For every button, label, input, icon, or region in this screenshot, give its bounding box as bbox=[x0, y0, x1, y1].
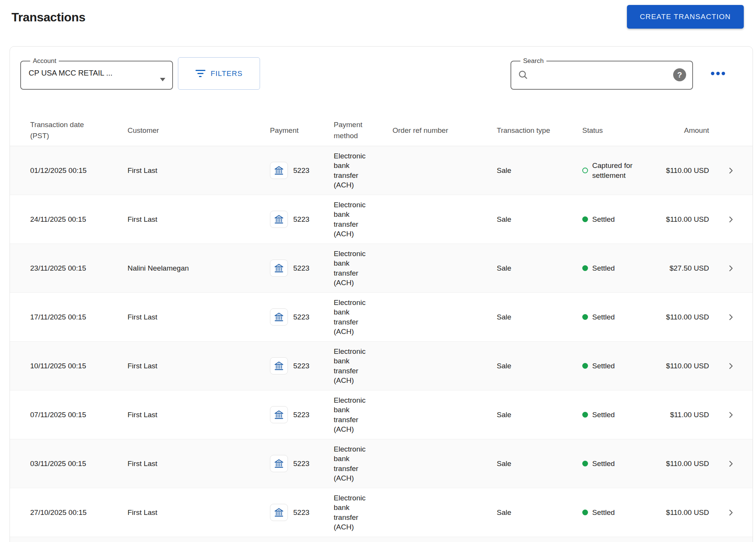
ellipsis-icon bbox=[711, 72, 725, 75]
filters-button[interactable]: FILTERS bbox=[178, 57, 260, 90]
chevron-right-icon[interactable] bbox=[709, 460, 753, 468]
cell-transaction-type: Sale bbox=[497, 166, 582, 175]
search-field: Search ? bbox=[510, 57, 693, 90]
account-select-label: Account bbox=[30, 57, 59, 65]
cell-payment: 5223 bbox=[270, 260, 334, 277]
cell-transaction-type: Sale bbox=[497, 508, 582, 517]
payment-last4: 5223 bbox=[293, 166, 309, 175]
account-select[interactable]: Account CP USA MCC RETAIL ... bbox=[20, 57, 173, 90]
cell-transaction-type: Sale bbox=[497, 460, 582, 468]
chevron-right-icon[interactable] bbox=[709, 508, 753, 517]
cell-customer: First Last bbox=[128, 313, 270, 321]
table-row[interactable]: 07/11/2025 00:15 First Last 5223 Electro… bbox=[10, 390, 753, 439]
cell-payment: 5223 bbox=[270, 308, 334, 326]
cell-customer: Nalini Neelamegan bbox=[128, 264, 270, 273]
chevron-right-icon[interactable] bbox=[709, 362, 753, 370]
chevron-right-icon[interactable] bbox=[709, 264, 753, 273]
table-row[interactable]: 23/11/2025 00:15 Nalini Neelamegan 5223 … bbox=[10, 244, 753, 293]
cell-payment-method: Electronic bank transfer (ACH) bbox=[334, 298, 374, 337]
help-icon[interactable]: ? bbox=[673, 68, 686, 81]
table-row[interactable]: 17/11/2025 00:15 First Last 5223 Electro… bbox=[10, 293, 753, 342]
cell-payment: 5223 bbox=[270, 406, 334, 423]
cell-amount: $11.00 USD bbox=[645, 411, 709, 419]
column-header-amount: Amount bbox=[645, 125, 709, 136]
cell-status: Settled bbox=[582, 459, 645, 469]
bank-icon bbox=[270, 162, 288, 179]
status-dot bbox=[582, 363, 588, 369]
filter-bar: Account CP USA MCC RETAIL ... FILTERS Se… bbox=[10, 47, 753, 90]
cell-transaction-date: 23/11/2025 00:15 bbox=[30, 264, 128, 273]
cell-transaction-type: Sale bbox=[497, 362, 582, 370]
table-row[interactable]: 01/12/2025 00:15 First Last 5223 Electro… bbox=[10, 146, 753, 195]
cell-amount: $110.00 USD bbox=[645, 215, 709, 224]
bank-icon bbox=[270, 211, 288, 228]
status-label: Settled bbox=[592, 508, 615, 518]
status-dot bbox=[582, 265, 588, 271]
page-title: Transactions bbox=[11, 10, 86, 24]
status-dot bbox=[582, 216, 588, 222]
payment-last4: 5223 bbox=[293, 508, 309, 517]
cell-status: Captured for settlement bbox=[582, 161, 645, 181]
cell-payment: 5223 bbox=[270, 162, 334, 179]
cell-customer: First Last bbox=[128, 508, 270, 517]
more-options-button[interactable] bbox=[693, 57, 743, 90]
column-header-transaction-type: Transaction type bbox=[497, 125, 582, 136]
search-field-label: Search bbox=[520, 57, 546, 65]
status-label: Settled bbox=[592, 459, 615, 469]
status-dot bbox=[582, 461, 588, 466]
table-body: 01/12/2025 00:15 First Last 5223 Electro… bbox=[10, 146, 753, 542]
cell-transaction-type: Sale bbox=[497, 264, 582, 273]
cell-payment-method: Electronic bank transfer (ACH) bbox=[334, 395, 374, 434]
status-dot bbox=[582, 168, 588, 173]
cell-status: Settled bbox=[582, 361, 645, 371]
table-row[interactable]: 03/11/2025 00:15 First Last 5223 Electro… bbox=[10, 439, 753, 488]
column-header-transaction-date: Transaction date (PST) bbox=[30, 119, 95, 141]
cell-amount: $110.00 USD bbox=[645, 166, 709, 175]
cell-payment: 5223 bbox=[270, 504, 334, 521]
table-row[interactable]: Electronic bank transfer (ACH) bbox=[10, 537, 753, 542]
chevron-right-icon[interactable] bbox=[709, 313, 753, 321]
chevron-right-icon[interactable] bbox=[709, 166, 753, 175]
cell-status: Settled bbox=[582, 215, 645, 224]
payment-last4: 5223 bbox=[293, 313, 309, 321]
status-label: Settled bbox=[592, 215, 615, 224]
bank-icon bbox=[270, 406, 288, 423]
cell-payment-method: Electronic bank transfer (ACH) bbox=[334, 151, 374, 190]
cell-transaction-type: Sale bbox=[497, 313, 582, 321]
cell-transaction-date: 17/11/2025 00:15 bbox=[30, 313, 128, 321]
chevron-down-icon bbox=[160, 78, 165, 81]
bank-icon bbox=[270, 260, 288, 277]
filters-button-label: FILTERS bbox=[211, 69, 243, 78]
cell-payment: 5223 bbox=[270, 455, 334, 472]
cell-status: Settled bbox=[582, 263, 645, 273]
cell-payment-method: Electronic bank transfer (ACH) bbox=[334, 200, 374, 239]
table-row[interactable]: 27/10/2025 00:15 First Last 5223 Electro… bbox=[10, 488, 753, 537]
cell-payment-method: Electronic bank transfer (ACH) bbox=[334, 493, 374, 532]
cell-customer: First Last bbox=[128, 460, 270, 468]
cell-status: Settled bbox=[582, 312, 645, 322]
column-header-payment: Payment bbox=[270, 125, 334, 136]
chevron-right-icon[interactable] bbox=[709, 411, 753, 419]
create-transaction-button[interactable]: CREATE TRANSACTION bbox=[627, 5, 744, 29]
status-dot bbox=[582, 510, 588, 515]
chevron-right-icon[interactable] bbox=[709, 215, 753, 224]
status-label: Settled bbox=[592, 312, 615, 322]
bank-icon bbox=[270, 357, 288, 374]
search-input[interactable] bbox=[533, 67, 673, 82]
status-dot bbox=[582, 314, 588, 320]
help-icon-glyph: ? bbox=[677, 70, 682, 79]
search-icon bbox=[517, 69, 529, 81]
cell-payment-method: Electronic bank transfer (ACH) bbox=[334, 249, 374, 288]
table-header-row: Transaction date (PST) Customer Payment … bbox=[10, 115, 753, 146]
cell-amount: $110.00 USD bbox=[645, 460, 709, 468]
cell-transaction-type: Sale bbox=[497, 411, 582, 419]
cell-payment-method: Electronic bank transfer (ACH) bbox=[334, 347, 374, 386]
table-row[interactable]: 10/11/2025 00:15 First Last 5223 Electro… bbox=[10, 342, 753, 390]
cell-amount: $110.00 USD bbox=[645, 362, 709, 370]
cell-amount: $110.00 USD bbox=[645, 313, 709, 321]
payment-last4: 5223 bbox=[293, 362, 309, 370]
account-select-value: CP USA MCC RETAIL ... bbox=[27, 69, 153, 77]
cell-amount: $27.50 USD bbox=[645, 264, 709, 273]
table-row[interactable]: 24/11/2025 00:15 First Last 5223 Electro… bbox=[10, 195, 753, 244]
cell-customer: First Last bbox=[128, 362, 270, 370]
